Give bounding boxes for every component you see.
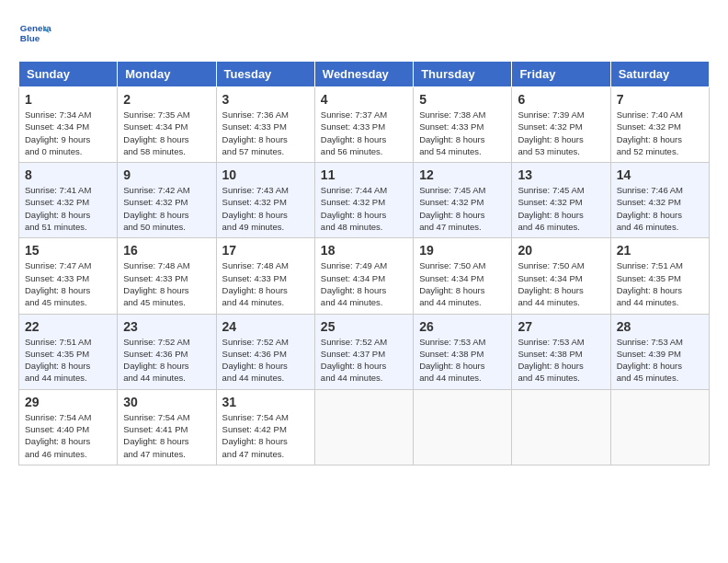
calendar-cell: 8Sunrise: 7:41 AM Sunset: 4:32 PM Daylig… [19, 163, 118, 238]
calendar-week-row: 1Sunrise: 7:34 AM Sunset: 4:34 PM Daylig… [19, 87, 710, 163]
calendar-cell: 6Sunrise: 7:39 AM Sunset: 4:32 PM Daylig… [512, 87, 610, 163]
day-info: Sunrise: 7:54 AM Sunset: 4:41 PM Dayligh… [123, 411, 210, 460]
day-number: 16 [123, 243, 210, 258]
column-header-monday: Monday [118, 62, 216, 87]
day-number: 15 [25, 243, 111, 258]
calendar-cell: 23Sunrise: 7:52 AM Sunset: 4:36 PM Dayli… [118, 314, 216, 389]
calendar-cell [414, 389, 512, 465]
day-info: Sunrise: 7:40 AM Sunset: 4:32 PM Dayligh… [617, 109, 703, 157]
day-number: 2 [123, 92, 210, 107]
calendar-week-row: 22Sunrise: 7:51 AM Sunset: 4:35 PM Dayli… [19, 314, 710, 389]
calendar-cell: 1Sunrise: 7:34 AM Sunset: 4:34 PM Daylig… [19, 87, 118, 163]
column-header-wednesday: Wednesday [314, 62, 413, 87]
calendar-cell: 18Sunrise: 7:49 AM Sunset: 4:34 PM Dayli… [314, 238, 413, 314]
calendar-cell: 17Sunrise: 7:48 AM Sunset: 4:33 PM Dayli… [216, 238, 314, 314]
day-number: 9 [123, 167, 210, 182]
calendar-cell: 16Sunrise: 7:48 AM Sunset: 4:33 PM Dayli… [118, 238, 216, 314]
day-number: 14 [617, 167, 703, 182]
day-number: 1 [25, 92, 111, 107]
calendar-cell [314, 389, 413, 465]
day-number: 26 [419, 319, 506, 334]
day-number: 24 [222, 319, 309, 334]
calendar-cell: 15Sunrise: 7:47 AM Sunset: 4:33 PM Dayli… [19, 238, 118, 314]
calendar-table: SundayMondayTuesdayWednesdayThursdayFrid… [18, 61, 710, 465]
day-info: Sunrise: 7:53 AM Sunset: 4:38 PM Dayligh… [419, 336, 506, 385]
calendar-cell: 31Sunrise: 7:54 AM Sunset: 4:42 PM Dayli… [216, 389, 314, 465]
day-number: 20 [518, 243, 604, 258]
day-info: Sunrise: 7:52 AM Sunset: 4:36 PM Dayligh… [222, 336, 309, 385]
day-number: 22 [25, 319, 111, 334]
day-info: Sunrise: 7:46 AM Sunset: 4:32 PM Dayligh… [617, 184, 703, 233]
day-info: Sunrise: 7:51 AM Sunset: 4:35 PM Dayligh… [25, 336, 111, 385]
day-number: 25 [321, 319, 407, 334]
day-number: 7 [617, 92, 703, 107]
day-number: 12 [419, 167, 506, 182]
day-info: Sunrise: 7:51 AM Sunset: 4:35 PM Dayligh… [617, 259, 703, 308]
calendar-cell: 27Sunrise: 7:53 AM Sunset: 4:38 PM Dayli… [512, 314, 610, 389]
day-number: 10 [222, 167, 309, 182]
logo: General Blue [18, 18, 51, 52]
calendar-cell: 30Sunrise: 7:54 AM Sunset: 4:41 PM Dayli… [118, 389, 216, 465]
day-info: Sunrise: 7:50 AM Sunset: 4:34 PM Dayligh… [518, 259, 604, 308]
day-info: Sunrise: 7:37 AM Sunset: 4:33 PM Dayligh… [321, 109, 407, 157]
day-number: 28 [617, 319, 703, 334]
day-info: Sunrise: 7:52 AM Sunset: 4:37 PM Dayligh… [321, 336, 407, 385]
day-info: Sunrise: 7:54 AM Sunset: 4:42 PM Dayligh… [222, 411, 309, 460]
day-info: Sunrise: 7:53 AM Sunset: 4:39 PM Dayligh… [617, 336, 703, 385]
calendar-cell: 12Sunrise: 7:45 AM Sunset: 4:32 PM Dayli… [414, 163, 512, 238]
calendar-cell: 3Sunrise: 7:36 AM Sunset: 4:33 PM Daylig… [216, 87, 314, 163]
calendar-cell: 14Sunrise: 7:46 AM Sunset: 4:32 PM Dayli… [610, 163, 709, 238]
day-info: Sunrise: 7:38 AM Sunset: 4:33 PM Dayligh… [419, 109, 506, 157]
svg-text:Blue: Blue [20, 33, 40, 43]
calendar-week-row: 29Sunrise: 7:54 AM Sunset: 4:40 PM Dayli… [19, 389, 710, 465]
day-info: Sunrise: 7:39 AM Sunset: 4:32 PM Dayligh… [518, 109, 604, 157]
column-header-friday: Friday [512, 62, 610, 87]
day-number: 13 [518, 167, 604, 182]
column-header-sunday: Sunday [19, 62, 118, 87]
calendar-cell: 4Sunrise: 7:37 AM Sunset: 4:33 PM Daylig… [314, 87, 413, 163]
calendar-cell: 29Sunrise: 7:54 AM Sunset: 4:40 PM Dayli… [19, 389, 118, 465]
day-number: 30 [123, 395, 210, 409]
calendar-cell: 5Sunrise: 7:38 AM Sunset: 4:33 PM Daylig… [414, 87, 512, 163]
calendar-cell: 9Sunrise: 7:42 AM Sunset: 4:32 PM Daylig… [118, 163, 216, 238]
day-number: 4 [321, 92, 407, 107]
day-info: Sunrise: 7:42 AM Sunset: 4:32 PM Dayligh… [123, 184, 210, 233]
day-number: 3 [222, 92, 309, 107]
day-number: 29 [25, 395, 111, 409]
day-info: Sunrise: 7:47 AM Sunset: 4:33 PM Dayligh… [25, 259, 111, 308]
day-number: 5 [419, 92, 506, 107]
column-header-saturday: Saturday [610, 62, 709, 87]
calendar-header-row: SundayMondayTuesdayWednesdayThursdayFrid… [19, 62, 710, 87]
day-number: 23 [123, 319, 210, 334]
day-info: Sunrise: 7:34 AM Sunset: 4:34 PM Dayligh… [25, 109, 111, 157]
day-info: Sunrise: 7:48 AM Sunset: 4:33 PM Dayligh… [123, 259, 210, 308]
day-number: 8 [25, 167, 111, 182]
column-header-tuesday: Tuesday [216, 62, 314, 87]
day-info: Sunrise: 7:50 AM Sunset: 4:34 PM Dayligh… [419, 259, 506, 308]
page-header: General Blue [18, 18, 710, 52]
day-info: Sunrise: 7:41 AM Sunset: 4:32 PM Dayligh… [25, 184, 111, 233]
day-info: Sunrise: 7:53 AM Sunset: 4:38 PM Dayligh… [518, 336, 604, 385]
day-info: Sunrise: 7:44 AM Sunset: 4:32 PM Dayligh… [321, 184, 407, 233]
calendar-cell: 26Sunrise: 7:53 AM Sunset: 4:38 PM Dayli… [414, 314, 512, 389]
calendar-cell: 10Sunrise: 7:43 AM Sunset: 4:32 PM Dayli… [216, 163, 314, 238]
calendar-cell: 13Sunrise: 7:45 AM Sunset: 4:32 PM Dayli… [512, 163, 610, 238]
day-info: Sunrise: 7:43 AM Sunset: 4:32 PM Dayligh… [222, 184, 309, 233]
svg-text:General: General [20, 23, 51, 33]
calendar-cell [610, 389, 709, 465]
day-info: Sunrise: 7:45 AM Sunset: 4:32 PM Dayligh… [518, 184, 604, 233]
calendar-week-row: 8Sunrise: 7:41 AM Sunset: 4:32 PM Daylig… [19, 163, 710, 238]
day-info: Sunrise: 7:48 AM Sunset: 4:33 PM Dayligh… [222, 259, 309, 308]
column-header-thursday: Thursday [414, 62, 512, 87]
calendar-cell: 19Sunrise: 7:50 AM Sunset: 4:34 PM Dayli… [414, 238, 512, 314]
day-number: 17 [222, 243, 309, 258]
calendar-cell: 11Sunrise: 7:44 AM Sunset: 4:32 PM Dayli… [314, 163, 413, 238]
calendar-cell: 24Sunrise: 7:52 AM Sunset: 4:36 PM Dayli… [216, 314, 314, 389]
day-number: 6 [518, 92, 604, 107]
day-number: 18 [321, 243, 407, 258]
day-info: Sunrise: 7:52 AM Sunset: 4:36 PM Dayligh… [123, 336, 210, 385]
calendar-week-row: 15Sunrise: 7:47 AM Sunset: 4:33 PM Dayli… [19, 238, 710, 314]
calendar-cell: 7Sunrise: 7:40 AM Sunset: 4:32 PM Daylig… [610, 87, 709, 163]
day-number: 21 [617, 243, 703, 258]
day-info: Sunrise: 7:45 AM Sunset: 4:32 PM Dayligh… [419, 184, 506, 233]
